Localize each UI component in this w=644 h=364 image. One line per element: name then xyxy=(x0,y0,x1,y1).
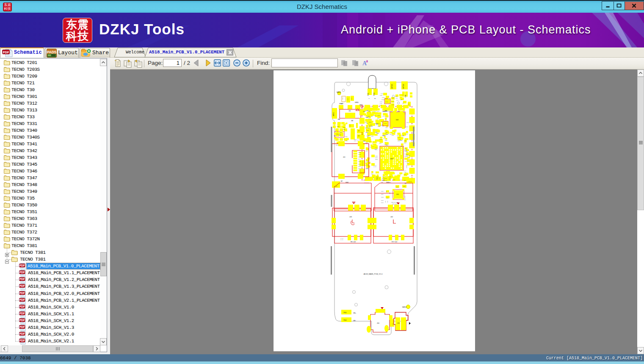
svg-text:PDF: PDF xyxy=(19,332,25,335)
svg-text:C178: C178 xyxy=(377,111,379,111)
svg-text:C145: C145 xyxy=(406,133,408,134)
svg-text:C309: C309 xyxy=(377,177,378,180)
svg-text:U403: U403 xyxy=(385,101,388,103)
svg-text:L398: L398 xyxy=(406,162,409,163)
svg-text:C162: C162 xyxy=(392,135,394,136)
svg-text:R359: R359 xyxy=(385,127,388,128)
svg-text:TP302: TP302 xyxy=(343,320,347,321)
svg-text:R383: R383 xyxy=(340,132,342,133)
svg-text:C107: C107 xyxy=(406,126,408,128)
svg-text:J402: J402 xyxy=(390,216,393,218)
svg-text:C310: C310 xyxy=(373,165,374,167)
svg-text:TP702: TP702 xyxy=(373,92,375,96)
svg-text:C305: C305 xyxy=(358,161,361,162)
svg-text:C330: C330 xyxy=(404,140,407,141)
svg-text:C5/5: C5/5 xyxy=(367,130,369,131)
svg-text:C108: C108 xyxy=(395,96,398,97)
svg-text:PDF: PDF xyxy=(19,284,25,287)
svg-text:MARK02: MARK02 xyxy=(402,306,407,308)
svg-text:PDF: PDF xyxy=(19,278,25,281)
svg-text:C532: C532 xyxy=(396,186,398,188)
svg-text:GND: GND xyxy=(355,101,359,103)
svg-text:C631: C631 xyxy=(358,170,361,172)
svg-text:R714: R714 xyxy=(354,140,357,142)
svg-text:C354: C354 xyxy=(334,135,336,136)
svg-text:PDF: PDF xyxy=(19,325,25,328)
svg-text:PDF: PDF xyxy=(19,312,25,315)
svg-text:C640L403: C640L403 xyxy=(382,178,387,179)
svg-text:R319: R319 xyxy=(336,133,339,134)
svg-text:PDF: PDF xyxy=(19,305,25,308)
svg-text:PDF: PDF xyxy=(19,298,25,301)
svg-text:C166: C166 xyxy=(386,144,389,145)
svg-text:R331: R331 xyxy=(343,129,345,130)
svg-text:L366: L366 xyxy=(398,111,400,111)
svg-text:C117: C117 xyxy=(392,97,394,99)
svg-text:C129: C129 xyxy=(385,117,387,118)
svg-text:R710: R710 xyxy=(381,200,384,201)
svg-text:L102: L102 xyxy=(381,93,383,94)
svg-text:C15: C15 xyxy=(404,112,405,114)
svg-text:C302: C302 xyxy=(379,177,379,180)
svg-text:VBAT: VBAT xyxy=(339,103,344,105)
svg-text:R6C52C33: R6C52C33 xyxy=(404,195,405,200)
svg-text:C324: C324 xyxy=(386,197,389,199)
svg-text:R736: R736 xyxy=(342,238,343,240)
svg-text:J702: J702 xyxy=(397,322,400,324)
svg-text:R378: R378 xyxy=(374,111,376,112)
svg-text:R319: R319 xyxy=(384,110,387,111)
svg-text:R335: R335 xyxy=(380,139,382,139)
svg-text:C126: C126 xyxy=(404,153,407,155)
svg-text:C376: C376 xyxy=(386,134,389,135)
svg-text:C314: C314 xyxy=(375,149,378,150)
svg-text:U501: U501 xyxy=(396,194,399,195)
svg-text:R356: R356 xyxy=(370,125,373,125)
svg-text:+: + xyxy=(374,97,376,100)
svg-text:C307: C307 xyxy=(375,157,378,158)
svg-text:R301: R301 xyxy=(342,97,343,100)
svg-text:C650: C650 xyxy=(381,191,384,192)
svg-text:C387: C387 xyxy=(393,179,395,180)
svg-text:PDF: PDF xyxy=(19,319,25,322)
svg-text:BT: BT xyxy=(341,181,343,182)
svg-text:C304: C304 xyxy=(351,97,352,100)
svg-text:R607: R607 xyxy=(357,139,359,141)
svg-text:A518_MAIN_PCB_V1.0: A518_MAIN_PCB_V1.0 xyxy=(364,273,383,275)
svg-text:C108: C108 xyxy=(406,122,409,123)
svg-text:TP301: TP301 xyxy=(343,312,347,314)
svg-text:R404: R404 xyxy=(358,156,361,158)
svg-text:W302: W302 xyxy=(400,99,403,100)
svg-text:R309: R309 xyxy=(345,136,348,137)
svg-text:R314: R314 xyxy=(382,176,385,177)
svg-text:C147: C147 xyxy=(398,137,401,138)
svg-text:R416R402C219: R416R402C219 xyxy=(362,160,362,167)
svg-text:C160: C160 xyxy=(363,140,365,141)
svg-text:R306: R306 xyxy=(358,154,361,155)
svg-text:C192: C192 xyxy=(385,132,388,133)
svg-text:C341: C341 xyxy=(345,140,348,141)
svg-text:C304: C304 xyxy=(380,125,383,125)
svg-text:PADS: PADS xyxy=(47,50,57,54)
svg-text:R343: R343 xyxy=(378,115,380,116)
svg-text:VIB+: VIB+ xyxy=(353,312,356,314)
svg-text:C194: C194 xyxy=(379,143,382,144)
svg-text:C308: C308 xyxy=(375,159,378,160)
svg-text:C368: C368 xyxy=(389,176,391,177)
svg-text:RN0: RN0 xyxy=(405,161,407,162)
svg-text:a: a xyxy=(366,58,368,63)
svg-text:J401: J401 xyxy=(343,156,345,158)
svg-text:C123: C123 xyxy=(404,156,407,157)
svg-text:TP701: TP701 xyxy=(368,92,369,96)
svg-text:C401: C401 xyxy=(404,174,406,175)
svg-text:ANT403: ANT403 xyxy=(408,181,412,182)
svg-text:C170: C170 xyxy=(402,94,403,96)
svg-text:ANT103: ANT103 xyxy=(391,84,393,89)
svg-text:R398: R398 xyxy=(404,180,406,181)
svg-text:L401: L401 xyxy=(380,103,382,104)
svg-text:C313: C313 xyxy=(375,156,378,157)
svg-text:C183: C183 xyxy=(368,125,370,126)
svg-text:R718: R718 xyxy=(358,168,361,169)
svg-text:ANT104: ANT104 xyxy=(403,84,404,89)
svg-text:J801: J801 xyxy=(377,322,380,324)
svg-text:C348: C348 xyxy=(378,126,380,127)
